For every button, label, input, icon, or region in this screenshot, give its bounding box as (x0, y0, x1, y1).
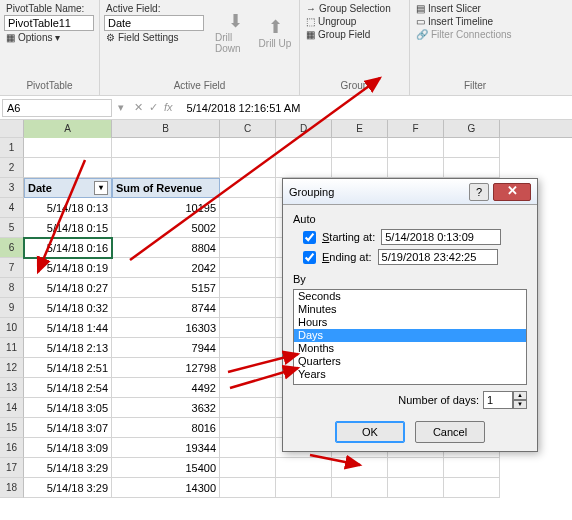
row-header[interactable]: 12 (0, 358, 24, 378)
name-box[interactable] (2, 99, 112, 117)
dialog-titlebar[interactable]: Grouping ? ✕ (283, 179, 537, 205)
cell[interactable] (332, 458, 388, 478)
filter-dropdown-icon[interactable]: ▾ (94, 181, 108, 195)
ending-at-checkbox[interactable] (303, 251, 316, 264)
cell[interactable] (112, 138, 220, 158)
row-header[interactable]: 1 (0, 138, 24, 158)
by-option[interactable]: Years (294, 368, 526, 381)
cell[interactable] (220, 318, 276, 338)
column-header-F[interactable]: F (388, 120, 444, 138)
cell[interactable] (276, 138, 332, 158)
by-option[interactable]: Minutes (294, 303, 526, 316)
cell[interactable] (220, 398, 276, 418)
row-header[interactable]: 7 (0, 258, 24, 278)
column-header-D[interactable]: D (276, 120, 332, 138)
starting-at-input[interactable] (381, 229, 501, 245)
by-option[interactable]: Days (294, 329, 526, 342)
by-option[interactable]: Months (294, 342, 526, 355)
by-option[interactable]: Quarters (294, 355, 526, 368)
cell[interactable] (444, 458, 500, 478)
cell[interactable]: 5157 (112, 278, 220, 298)
cell[interactable] (276, 158, 332, 178)
cell[interactable]: 5/14/18 3:29 (24, 478, 112, 498)
cell[interactable]: 5/14/18 3:07 (24, 418, 112, 438)
by-listbox[interactable]: SecondsMinutesHoursDaysMonthsQuartersYea… (293, 289, 527, 385)
cell[interactable]: 14300 (112, 478, 220, 498)
fx-icon[interactable]: fx (164, 101, 173, 114)
insert-timeline-button[interactable]: ▭Insert Timeline (414, 15, 536, 28)
cell[interactable]: 19344 (112, 438, 220, 458)
cell[interactable] (220, 278, 276, 298)
group-selection-button[interactable]: →Group Selection (304, 2, 405, 15)
active-field-input[interactable] (104, 15, 204, 31)
cell[interactable]: 5/14/18 2:51 (24, 358, 112, 378)
column-header-C[interactable]: C (220, 120, 276, 138)
cell[interactable]: 8804 (112, 238, 220, 258)
cell[interactable]: 5/14/18 0:27 (24, 278, 112, 298)
by-option[interactable]: Seconds (294, 290, 526, 303)
cell[interactable]: 5/14/18 2:13 (24, 338, 112, 358)
pivot-date-header[interactable]: Date▾ (24, 178, 112, 198)
field-settings-button[interactable]: ⚙Field Settings (104, 31, 181, 44)
by-option[interactable]: Hours (294, 316, 526, 329)
insert-slicer-button[interactable]: ▤Insert Slicer (414, 2, 536, 15)
row-header[interactable]: 3 (0, 178, 24, 198)
group-field-button[interactable]: ▦Group Field (304, 28, 405, 41)
cell[interactable]: 5/14/18 0:32 (24, 298, 112, 318)
row-header[interactable]: 8 (0, 278, 24, 298)
cell[interactable]: 16303 (112, 318, 220, 338)
cell[interactable]: 5/14/18 3:29 (24, 458, 112, 478)
cell[interactable]: 5/14/18 3:05 (24, 398, 112, 418)
row-header[interactable]: 13 (0, 378, 24, 398)
cell[interactable] (332, 138, 388, 158)
ending-at-input[interactable] (378, 249, 498, 265)
cell[interactable] (444, 158, 500, 178)
cell[interactable] (220, 358, 276, 378)
select-all-corner[interactable] (0, 120, 24, 138)
cell[interactable] (220, 138, 276, 158)
name-box-dropdown-icon[interactable]: ▾ (114, 101, 128, 114)
cell[interactable] (388, 138, 444, 158)
row-header[interactable]: 15 (0, 418, 24, 438)
cell[interactable] (388, 478, 444, 498)
cell[interactable] (220, 198, 276, 218)
cell[interactable] (220, 238, 276, 258)
number-of-days-input[interactable] (483, 391, 513, 409)
cell[interactable] (220, 338, 276, 358)
cell[interactable]: 10195 (112, 198, 220, 218)
cell[interactable]: 7944 (112, 338, 220, 358)
cell[interactable]: 5/14/18 0:13 (24, 198, 112, 218)
spinner-down-button[interactable]: ▼ (513, 400, 527, 409)
ungroup-button[interactable]: ⬚Ungroup (304, 15, 405, 28)
cell[interactable] (24, 158, 112, 178)
cell[interactable] (444, 478, 500, 498)
column-header-E[interactable]: E (332, 120, 388, 138)
cell[interactable]: 5/14/18 0:16 (24, 238, 112, 258)
cell[interactable] (220, 418, 276, 438)
pivottable-name-input[interactable] (4, 15, 94, 31)
row-header[interactable]: 14 (0, 398, 24, 418)
column-header-A[interactable]: A (24, 120, 112, 138)
formula-value[interactable]: 5/14/2018 12:16:51 AM (179, 102, 309, 114)
column-header-G[interactable]: G (444, 120, 500, 138)
cell[interactable] (220, 458, 276, 478)
cell[interactable] (276, 478, 332, 498)
cell[interactable] (220, 438, 276, 458)
cell[interactable]: 5/14/18 2:54 (24, 378, 112, 398)
cell[interactable]: 12798 (112, 358, 220, 378)
row-header[interactable]: 5 (0, 218, 24, 238)
row-header[interactable]: 11 (0, 338, 24, 358)
spinner-up-button[interactable]: ▲ (513, 391, 527, 400)
cell[interactable]: 5/14/18 0:15 (24, 218, 112, 238)
row-header[interactable]: 16 (0, 438, 24, 458)
row-header[interactable]: 10 (0, 318, 24, 338)
cell[interactable]: 5/14/18 3:09 (24, 438, 112, 458)
column-header-B[interactable]: B (112, 120, 220, 138)
dialog-close-button[interactable]: ✕ (493, 183, 531, 201)
cell[interactable] (220, 258, 276, 278)
options-button[interactable]: ▦Options ▾ (4, 31, 95, 44)
ok-button[interactable]: OK (335, 421, 405, 443)
cell[interactable]: 4492 (112, 378, 220, 398)
cell[interactable] (220, 158, 276, 178)
cell[interactable] (220, 298, 276, 318)
